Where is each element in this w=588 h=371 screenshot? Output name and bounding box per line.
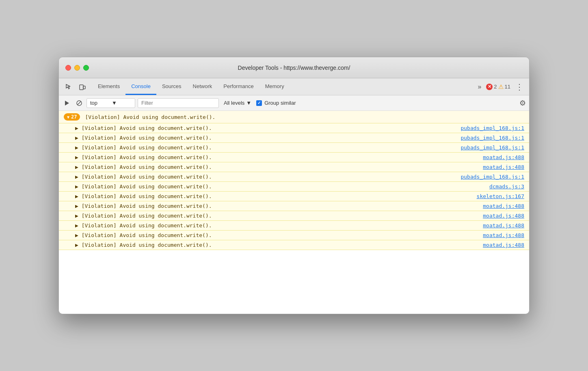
console-message: ▶ [Violation] Avoid using document.write… xyxy=(75,183,484,190)
console-message: ▶ [Violation] Avoid using document.write… xyxy=(75,203,478,209)
console-row: ▶ [Violation] Avoid using document.write… xyxy=(59,162,529,172)
console-source-link[interactable]: pubads_impl_168.js:1 xyxy=(460,135,524,141)
levels-label: All levels xyxy=(224,100,244,106)
console-source-link[interactable]: moatad.js:488 xyxy=(483,154,524,160)
group-similar-label: Group similar xyxy=(264,100,296,106)
svg-line-4 xyxy=(78,101,81,105)
console-row: ▶ [Violation] Avoid using document.write… xyxy=(59,123,529,133)
context-arrow: ▼ xyxy=(112,100,132,106)
console-rows-container: ▶ [Violation] Avoid using document.write… xyxy=(59,123,529,250)
console-message: ▶ [Violation] Avoid using document.write… xyxy=(75,125,456,131)
window-title: Developer Tools - https://www.theverge.c… xyxy=(238,65,350,71)
console-message: ▶ [Violation] Avoid using document.write… xyxy=(75,135,456,141)
violation-arrow-icon: ▼ xyxy=(67,115,69,119)
console-row: ▶ [Violation] Avoid using document.write… xyxy=(59,221,529,231)
titlebar: Developer Tools - https://www.theverge.c… xyxy=(59,57,529,78)
console-message: ▶ [Violation] Avoid using document.write… xyxy=(75,174,456,180)
svg-rect-0 xyxy=(80,85,83,90)
violation-count-badge: ▼ 27 xyxy=(64,113,80,121)
warning-icon: ⚠ xyxy=(498,83,504,91)
console-source-link[interactable]: moatad.js:488 xyxy=(483,242,524,248)
group-similar-checkbox-container[interactable]: Group similar xyxy=(256,100,296,106)
kebab-menu-button[interactable]: ⋮ xyxy=(513,82,526,92)
console-source-link[interactable]: moatad.js:488 xyxy=(483,203,524,209)
tab-elements[interactable]: Elements xyxy=(92,78,125,95)
console-source-link[interactable]: pubads_impl_168.js:1 xyxy=(460,145,524,151)
console-message: ▶ [Violation] Avoid using document.write… xyxy=(75,145,456,151)
console-row: ▶ [Violation] Avoid using document.write… xyxy=(59,192,529,201)
violation-count: 27 xyxy=(71,114,77,120)
console-row: ▶ [Violation] Avoid using document.write… xyxy=(59,201,529,211)
console-message: ▶ [Violation] Avoid using document.write… xyxy=(75,232,478,238)
console-source-link[interactable]: moatad.js:488 xyxy=(483,222,524,229)
console-source-link[interactable]: moatad.js:488 xyxy=(483,164,524,170)
close-button[interactable] xyxy=(65,65,71,71)
error-badge: ✕ 2 ⚠ 11 xyxy=(486,83,510,91)
console-message: ▶ [Violation] Avoid using document.write… xyxy=(75,242,478,248)
console-row: ▶ [Violation] Avoid using document.write… xyxy=(59,231,529,240)
context-value: top xyxy=(90,100,110,106)
filter-input-container xyxy=(138,98,219,108)
tabs-bar: Elements Console Sources Network Perform… xyxy=(59,78,529,95)
maximize-button[interactable] xyxy=(83,65,89,71)
console-row: ▶ [Violation] Avoid using document.write… xyxy=(59,143,529,153)
more-tabs-button[interactable]: » xyxy=(475,82,484,92)
traffic-lights xyxy=(65,65,89,71)
violation-group-header: ▼ 27 [Violation] Avoid using document.wr… xyxy=(59,111,529,123)
filter-input[interactable] xyxy=(141,100,215,106)
console-toolbar: top ▼ All levels ▼ Group similar ⚙ xyxy=(59,95,529,111)
console-message: ▶ [Violation] Avoid using document.write… xyxy=(75,193,472,199)
block-icon[interactable] xyxy=(74,98,84,108)
warning-count: 11 xyxy=(505,84,510,90)
console-source-link[interactable]: dcmads.js:3 xyxy=(489,183,524,190)
console-content: ▼ 27 [Violation] Avoid using document.wr… xyxy=(59,111,529,314)
error-count: 2 xyxy=(494,84,497,90)
error-icon: ✕ xyxy=(486,84,493,90)
tabs-right-section: » ✕ 2 ⚠ 11 ⋮ xyxy=(475,78,526,95)
console-message: ▶ [Violation] Avoid using document.write… xyxy=(75,213,478,219)
levels-dropdown[interactable]: All levels ▼ xyxy=(221,98,254,108)
context-selector[interactable]: top ▼ xyxy=(86,98,135,108)
group-similar-checkbox[interactable] xyxy=(256,100,262,106)
devtools-window: Developer Tools - https://www.theverge.c… xyxy=(58,57,530,314)
console-source-link[interactable]: skeleton.js:167 xyxy=(477,193,524,199)
console-row: ▶ [Violation] Avoid using document.write… xyxy=(59,182,529,192)
devtools-action-icons xyxy=(62,78,89,95)
minimize-button[interactable] xyxy=(74,65,80,71)
tab-memory[interactable]: Memory xyxy=(259,78,290,95)
tab-network[interactable]: Network xyxy=(187,78,218,95)
console-row: ▶ [Violation] Avoid using document.write… xyxy=(59,211,529,221)
console-row: ▶ [Violation] Avoid using document.write… xyxy=(59,240,529,250)
levels-arrow: ▼ xyxy=(246,100,251,106)
svg-rect-1 xyxy=(83,86,85,89)
console-source-link[interactable]: moatad.js:488 xyxy=(483,213,524,219)
console-row: ▶ [Violation] Avoid using document.write… xyxy=(59,172,529,182)
console-source-link[interactable]: pubads_impl_168.js:1 xyxy=(460,174,524,180)
console-message: ▶ [Violation] Avoid using document.write… xyxy=(75,154,478,160)
svg-marker-2 xyxy=(65,101,69,106)
clear-console-button[interactable] xyxy=(62,98,72,108)
tab-performance[interactable]: Performance xyxy=(218,78,259,95)
console-source-link[interactable]: moatad.js:488 xyxy=(483,232,524,238)
settings-gear-icon[interactable]: ⚙ xyxy=(519,99,526,108)
tab-sources[interactable]: Sources xyxy=(156,78,187,95)
device-toolbar-icon[interactable] xyxy=(76,80,89,93)
inspect-element-icon[interactable] xyxy=(62,80,75,93)
console-message: ▶ [Violation] Avoid using document.write… xyxy=(75,164,478,170)
tab-console[interactable]: Console xyxy=(125,78,156,95)
console-row: ▶ [Violation] Avoid using document.write… xyxy=(59,133,529,143)
console-source-link[interactable]: pubads_impl_168.js:1 xyxy=(460,125,524,131)
console-message: ▶ [Violation] Avoid using document.write… xyxy=(75,222,478,229)
violation-header-text: [Violation] Avoid using document.write()… xyxy=(85,114,215,120)
console-row: ▶ [Violation] Avoid using document.write… xyxy=(59,153,529,162)
